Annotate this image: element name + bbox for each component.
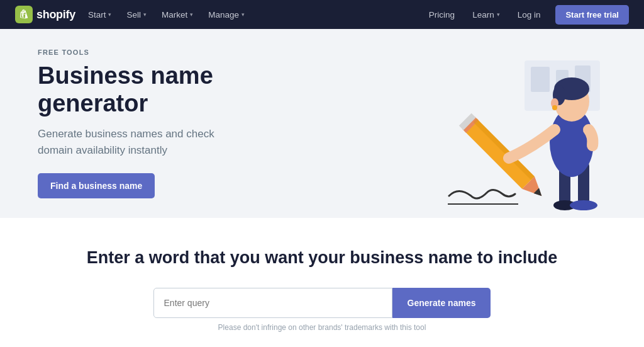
- nav-right-items: Pricing Learn ▾ Log in Start free trial: [421, 0, 629, 29]
- nav-item-pricing[interactable]: Pricing: [421, 0, 462, 29]
- nav-login-link[interactable]: Log in: [510, 0, 548, 29]
- hero-content: FREE TOOLS Business name generator Gener…: [38, 29, 327, 218]
- nav-logo-text: shopify: [36, 8, 75, 21]
- hero-label: FREE TOOLS: [38, 48, 327, 56]
- nav-logo[interactable]: shopify: [15, 6, 75, 23]
- chevron-down-icon: ▾: [143, 11, 147, 18]
- hero-section: FREE TOOLS Business name generator Gener…: [0, 29, 644, 218]
- svg-point-19: [552, 105, 557, 110]
- chevron-down-icon: ▾: [242, 11, 245, 18]
- nav-cta-button[interactable]: Start free trial: [555, 5, 629, 25]
- hero-subtitle: Generate business names and checkdomain …: [38, 126, 327, 158]
- main-title: Enter a word that you want your business…: [87, 248, 558, 268]
- nav-item-learn[interactable]: Learn ▾: [465, 0, 508, 29]
- navbar: shopify Start ▾ Sell ▾ Market ▾ Manage ▾…: [0, 0, 644, 29]
- main-section: Enter a word that you want your business…: [0, 218, 644, 344]
- chevron-down-icon: ▾: [108, 11, 111, 18]
- nav-left-items: Start ▾ Sell ▾ Market ▾ Manage ▾: [80, 0, 421, 29]
- shopify-logo-icon: [15, 6, 33, 23]
- nav-item-market[interactable]: Market ▾: [154, 0, 201, 29]
- nav-item-start[interactable]: Start ▾: [80, 0, 119, 29]
- chevron-down-icon: ▾: [190, 11, 193, 18]
- hero-cta-button[interactable]: Find a business name: [38, 173, 155, 198]
- search-input[interactable]: [153, 288, 392, 318]
- generate-names-button[interactable]: Generate names: [392, 288, 491, 318]
- hero-illustration: [399, 35, 619, 218]
- nav-item-sell[interactable]: Sell ▾: [119, 0, 154, 29]
- hero-title: Business name generator: [38, 62, 327, 117]
- svg-point-13: [570, 200, 597, 210]
- chevron-down-icon: ▾: [497, 11, 500, 18]
- search-row: Generate names: [153, 288, 491, 318]
- nav-item-manage[interactable]: Manage ▾: [201, 0, 252, 29]
- search-container: Generate names Please don't infringe on …: [153, 288, 491, 332]
- svg-rect-1: [531, 67, 550, 92]
- search-hint: Please don't infringe on other brands' t…: [153, 323, 491, 332]
